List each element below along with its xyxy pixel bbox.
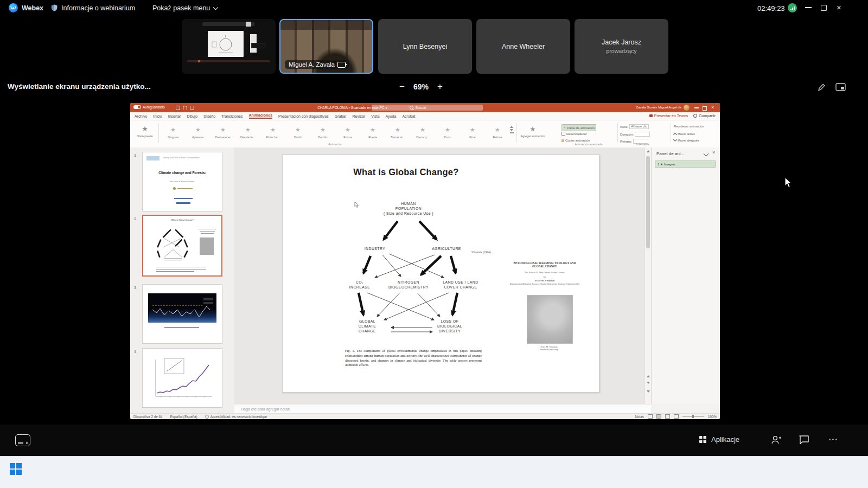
share-button[interactable]: Compartir xyxy=(693,114,716,118)
effect-girar[interactable]: ★Girar xyxy=(460,124,485,139)
tab-animaciones[interactable]: Animaciones xyxy=(249,113,273,119)
effect-dividir[interactable]: ★Dividir xyxy=(285,124,310,139)
scrollbar-thumb[interactable] xyxy=(646,156,650,248)
effect-desplazar[interactable]: ★Desplazar... xyxy=(235,124,260,139)
figure-caption: Fig. 1. The components of global environ… xyxy=(345,349,482,368)
slide-scrollbar[interactable] xyxy=(644,147,651,404)
participant-tile[interactable]: Lynn Besenyei xyxy=(378,19,472,74)
show-menu-toggle[interactable]: Pokaż pasek menu xyxy=(152,4,218,12)
apps-button[interactable]: Aplikacje xyxy=(699,435,739,444)
close-button[interactable]: × xyxy=(837,3,841,12)
animation-pane-button[interactable]: ★ Panel de animación xyxy=(561,124,596,131)
slideshow-icon[interactable] xyxy=(674,414,679,419)
effect-desvanecer[interactable]: ★Desvanecer xyxy=(210,124,235,139)
slide-thumbnail-4[interactable] xyxy=(142,348,222,408)
effect-barrido[interactable]: ★Barrido xyxy=(310,124,335,139)
avatar[interactable] xyxy=(684,105,690,111)
effect-rebote[interactable]: ★Rebote xyxy=(485,124,510,139)
zoom-out-button[interactable]: − xyxy=(399,81,405,92)
layout-view-icon[interactable] xyxy=(835,83,846,94)
overflow-menu-icon[interactable] xyxy=(829,439,831,440)
reading-view-icon[interactable] xyxy=(665,414,670,419)
effect-crecer[interactable]: ★Crecer y... xyxy=(410,124,435,139)
duration-setting[interactable]: Duración: xyxy=(620,132,650,137)
effect-label: Forma xyxy=(335,136,360,139)
effect-ninguna[interactable]: ★Ninguna xyxy=(161,124,186,139)
animation-item[interactable]: 1 ★ Imagen... xyxy=(655,160,716,168)
tab-inicio[interactable]: Inicio xyxy=(153,114,162,118)
start-button[interactable] xyxy=(10,463,22,475)
present-in-teams-button[interactable]: Presentar en Teams xyxy=(649,114,688,118)
ppt-maximize-button[interactable] xyxy=(703,106,707,111)
zoom-percent[interactable]: 100% xyxy=(708,415,717,419)
ppt-search-box[interactable]: Buscar xyxy=(372,105,483,111)
save-icon[interactable] xyxy=(176,106,180,110)
chevron-down-icon[interactable] xyxy=(704,151,709,157)
minimize-button[interactable] xyxy=(805,7,812,8)
shield-info-icon xyxy=(50,4,58,14)
gallery-scroll[interactable] xyxy=(510,125,514,133)
normal-view-icon[interactable] xyxy=(648,414,653,419)
animation-painter-button[interactable]: Copiar animación xyxy=(561,139,590,142)
tab-revisar[interactable]: Revisar xyxy=(353,114,366,118)
accessibility-checker[interactable]: Accesibilidad: es necesario investigar xyxy=(205,415,267,419)
notes-area[interactable]: Haga clic para agregar notas xyxy=(234,404,651,413)
autosave-toggle[interactable]: Autoguardado xyxy=(133,105,165,109)
tab-transiciones[interactable]: Transiciones xyxy=(221,114,242,118)
slide-thumbnail-2-selected[interactable]: What is Global Change? xyxy=(142,215,222,277)
effect-forma[interactable]: ★Forma xyxy=(335,124,360,139)
closed-captions-button[interactable] xyxy=(15,434,30,446)
ppt-minimize-button[interactable] xyxy=(694,107,699,108)
annotate-pen-icon[interactable] xyxy=(817,83,826,94)
tab-ayuda[interactable]: Ayuda xyxy=(386,114,397,118)
tab-grabar[interactable]: Grabar xyxy=(335,114,347,118)
effect-barras[interactable]: ★Barras al... xyxy=(385,124,410,139)
tab-diseno[interactable]: Diseño xyxy=(203,114,215,118)
effect-zoom[interactable]: ★Zoom xyxy=(435,124,460,139)
ppt-close-button[interactable]: × xyxy=(711,105,714,110)
effect-rueda[interactable]: ★Rueda xyxy=(360,124,385,139)
start-setting[interactable]: Inicio: Al hacer clic xyxy=(620,124,649,129)
participants-icon xyxy=(770,434,782,445)
tab-dibujo[interactable]: Dibujo xyxy=(187,114,197,118)
tab-vista[interactable]: Vista xyxy=(371,114,379,118)
preview-button[interactable]: ★ Vista previa xyxy=(133,124,156,138)
trigger-button[interactable]: Desencadenar xyxy=(561,132,587,136)
effect-flotar[interactable]: ★Flotar ha... xyxy=(260,124,285,139)
ppt-ribbon: ★ Vista previa ★Ninguna ★Aparecer ★Desva… xyxy=(130,120,720,148)
notes-toggle[interactable]: Notas xyxy=(635,415,643,419)
active-speaker-tile[interactable]: Miguel A. Zavala xyxy=(279,19,373,74)
maximize-button[interactable] xyxy=(821,5,827,11)
webinar-info-button[interactable]: Informacje o webinarium xyxy=(61,4,135,12)
chat-button[interactable] xyxy=(799,435,809,447)
tab-archivo[interactable]: Archivo xyxy=(135,114,147,118)
participants-button[interactable] xyxy=(770,434,782,447)
move-earlier-button[interactable]: Mover antes xyxy=(674,132,695,136)
undo-icon[interactable] xyxy=(183,106,187,110)
zoom-slider[interactable] xyxy=(682,416,704,417)
animation-pane[interactable]: Panel de ani... × 1 ★ Imagen... xyxy=(651,147,720,404)
shared-screen-thumbnail[interactable] xyxy=(182,19,276,74)
connection-quality-icon[interactable] xyxy=(788,3,797,12)
participant-tile[interactable]: Anne Wheeler xyxy=(476,19,570,74)
powerpoint-window[interactable]: Autoguardado CHARLA POLONIA • Guardado e… xyxy=(130,103,720,419)
slide-canvas[interactable]: What is Global Change? xyxy=(234,147,651,404)
trigger-label: Desencadenar xyxy=(566,132,587,136)
effect-aparecer[interactable]: ★Aparecer xyxy=(186,124,210,139)
tab-presentacion[interactable]: Presentación con diapositivas xyxy=(278,114,329,118)
slide-thumbnail-panel[interactable]: 1 Strong in the era of Green Transformat… xyxy=(130,147,235,413)
redo-icon[interactable] xyxy=(190,106,194,110)
tab-insertar[interactable]: Insertar xyxy=(168,114,181,118)
language-indicator[interactable]: Español (España) xyxy=(170,415,197,419)
slide-thumbnail-3[interactable] xyxy=(142,284,222,344)
zoom-in-button[interactable]: + xyxy=(437,81,443,92)
add-animation-button[interactable]: ★ Agregar animación xyxy=(519,124,547,138)
participant-tile[interactable]: Jacek Jarosz prowadzący xyxy=(575,19,668,74)
slide-thumbnail-1[interactable]: Strong in the era of Green Transformatio… xyxy=(142,152,222,211)
move-later-button[interactable]: Mover después xyxy=(674,139,699,142)
animation-pane-close[interactable]: × xyxy=(712,150,715,155)
current-slide[interactable]: What is Global Change? xyxy=(282,155,599,393)
slide-sorter-icon[interactable] xyxy=(656,414,661,419)
tab-acrobat[interactable]: Acrobat xyxy=(402,114,415,118)
account-name[interactable]: Zavala Gomez Miguel Angel de xyxy=(634,106,681,109)
